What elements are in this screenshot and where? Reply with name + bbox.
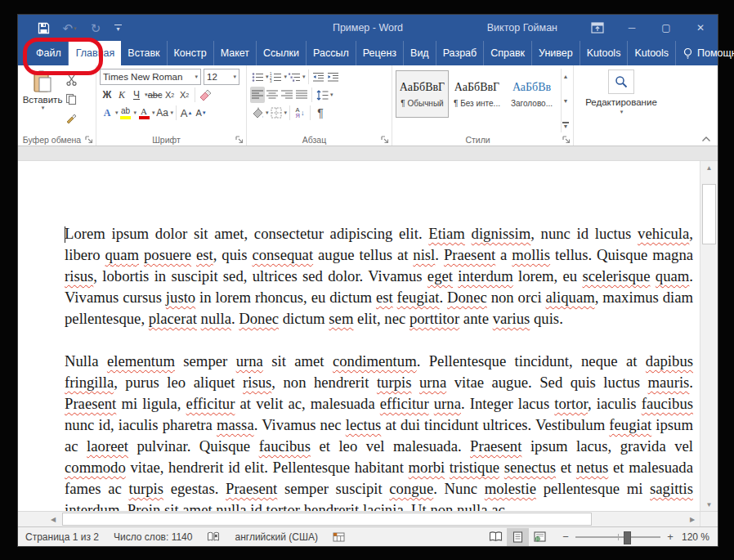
paragraph[interactable]: Nulla elementum semper urna sit amet con… (65, 351, 693, 511)
multilevel-list-dropdown-icon[interactable]: ▾ (302, 74, 306, 80)
misspelled-word[interactable]: mollis (512, 246, 550, 263)
misspelled-word[interactable]: aliquam (546, 289, 595, 306)
change-case-dropdown-icon[interactable]: ▾ (171, 110, 174, 116)
misspelled-word[interactable]: risus (243, 374, 271, 391)
tab-реценз[interactable]: Реценз (356, 41, 404, 65)
misspelled-word[interactable]: mauris (647, 374, 689, 391)
horizontal-scroll-thumb[interactable] (62, 513, 592, 526)
misspelled-word[interactable]: feugiat (609, 416, 651, 433)
styles-gallery-more-icon[interactable]: ▼ (562, 119, 570, 131)
misspelled-word[interactable]: porttitor (410, 310, 459, 327)
misspelled-word[interactable]: netus (576, 459, 608, 476)
vertical-scrollbar[interactable]: ▲ ▼ (700, 161, 718, 511)
undo-dropdown-icon[interactable]: ▾ (74, 25, 77, 31)
italic-button[interactable]: К (114, 87, 129, 103)
document-body[interactable]: Lorem ipsum dolor sit amet, consectetur … (65, 223, 693, 511)
tab-разраб[interactable]: Разраб (436, 41, 485, 65)
redo-button[interactable]: ↻ (88, 20, 103, 35)
shading-button[interactable] (250, 105, 265, 121)
language-indicator[interactable]: английский (США) (227, 531, 324, 543)
scroll-down-icon[interactable]: ▼ (700, 498, 718, 511)
misspelled-word[interactable]: est (196, 246, 213, 263)
misspelled-word[interactable]: morbi (409, 459, 445, 476)
misspelled-word[interactable]: nulla (216, 501, 246, 511)
misspelled-word[interactable]: nulla (457, 501, 487, 511)
misspelled-word[interactable]: Praesent (444, 246, 495, 263)
misspelled-word[interactable]: urna (236, 352, 263, 370)
bold-button[interactable]: Ж (100, 87, 114, 103)
misspelled-word[interactable]: condimentum (333, 352, 417, 370)
ribbon-display-options-button[interactable] (580, 15, 615, 41)
save-icon[interactable] (36, 20, 51, 35)
styles-scroll-down-icon[interactable]: ▼ (562, 95, 570, 106)
macro-record-icon[interactable] (325, 532, 352, 542)
find-button[interactable] (608, 69, 634, 94)
misspelled-word[interactable]: turpis (128, 480, 163, 497)
misspelled-word[interactable]: commodo (65, 459, 126, 476)
zoom-percentage[interactable]: 120 % (682, 531, 718, 543)
align-right-button[interactable] (280, 87, 294, 103)
misspelled-word[interactable]: dignissim (472, 225, 531, 242)
decrease-indent-button[interactable] (311, 69, 326, 85)
paste-button[interactable]: Вставить ▾ (21, 69, 64, 132)
misspelled-word[interactable]: nulla (201, 310, 231, 327)
tab-help[interactable]: Помощн (676, 41, 734, 65)
font-family-combobox[interactable]: Times New Roman▾ (100, 69, 201, 85)
misspelled-word[interactable]: congue (389, 480, 433, 497)
scroll-up-icon[interactable]: ▲ (700, 161, 718, 174)
misspelled-word[interactable]: quam (656, 267, 690, 284)
misspelled-word[interactable]: turpis (377, 374, 412, 391)
misspelled-word[interactable]: tristique (450, 459, 499, 476)
misspelled-word[interactable]: urna (434, 395, 461, 412)
undo-button[interactable]: ↶▾ (62, 20, 77, 35)
grow-font-button[interactable]: А▲ (179, 105, 194, 121)
zoom-slider[interactable]: − + (559, 531, 677, 543)
misspelled-word[interactable]: est (376, 289, 393, 306)
text-effects-button[interactable]: А (100, 105, 114, 121)
misspelled-word[interactable]: faucibus (259, 437, 311, 455)
line-spacing-dropdown-icon[interactable]: ▾ (330, 92, 333, 98)
misspelled-word[interactable]: sagittis (650, 480, 693, 497)
misspelled-word[interactable]: nisl (413, 246, 435, 263)
align-left-button[interactable] (250, 87, 265, 103)
scroll-right-icon[interactable]: ▶ (685, 513, 700, 526)
tab-вставк[interactable]: Вставк (121, 41, 167, 65)
print-layout-button[interactable] (507, 528, 529, 546)
misspelled-word[interactable]: elementum (107, 352, 175, 370)
font-color-button[interactable]: А (137, 105, 151, 121)
misspelled-word[interactable]: Donec (447, 289, 487, 306)
justify-button[interactable] (294, 87, 309, 103)
copy-button[interactable] (64, 91, 78, 107)
zoom-out-icon[interactable]: − (559, 531, 572, 543)
misspelled-word[interactable]: Etiam (428, 225, 465, 242)
increase-indent-button[interactable] (326, 69, 341, 85)
multilevel-list-button[interactable] (287, 69, 302, 85)
misspelled-word[interactable]: dapibus (646, 352, 693, 370)
misspelled-word[interactable]: faucibus (642, 395, 693, 412)
style-heading1[interactable]: АаБбВв Заголово... (505, 70, 558, 118)
style-normal[interactable]: АаБбВвГ ¶ Обычный (396, 70, 449, 118)
bullet-list-button[interactable] (250, 69, 265, 85)
tab-рассыл[interactable]: Рассыл (307, 41, 356, 65)
misspelled-word[interactable]: laoreet (87, 437, 128, 455)
change-case-button[interactable]: Аа (155, 105, 170, 121)
subscript-button[interactable]: X2 (163, 87, 177, 103)
vertical-scroll-track[interactable] (700, 174, 718, 498)
misspelled-word[interactable]: Praesent (226, 480, 277, 497)
tab-главная[interactable]: Главная (69, 41, 122, 65)
misspelled-word[interactable]: consequat (252, 246, 313, 263)
collapse-ribbon-icon[interactable] (701, 136, 711, 142)
misspelled-word[interactable]: justo (166, 289, 195, 306)
tab-вид[interactable]: Вид (404, 41, 436, 65)
misspelled-word[interactable]: feugiat (397, 289, 440, 306)
misspelled-word[interactable]: interdum (458, 267, 512, 284)
tab-макет[interactable]: Макет (214, 41, 257, 65)
font-dialog-launcher-icon[interactable] (235, 136, 244, 144)
font-size-combobox[interactable]: 12▾ (204, 69, 239, 85)
misspelled-word[interactable]: quam (105, 246, 140, 263)
strikethrough-button[interactable]: abc (148, 87, 163, 103)
clipboard-dialog-launcher-icon[interactable] (85, 136, 93, 144)
misspelled-word[interactable]: posuere (144, 246, 191, 263)
tab-kutools[interactable]: Kutools (628, 41, 676, 65)
tab-kutools[interactable]: Kutools (580, 41, 629, 65)
